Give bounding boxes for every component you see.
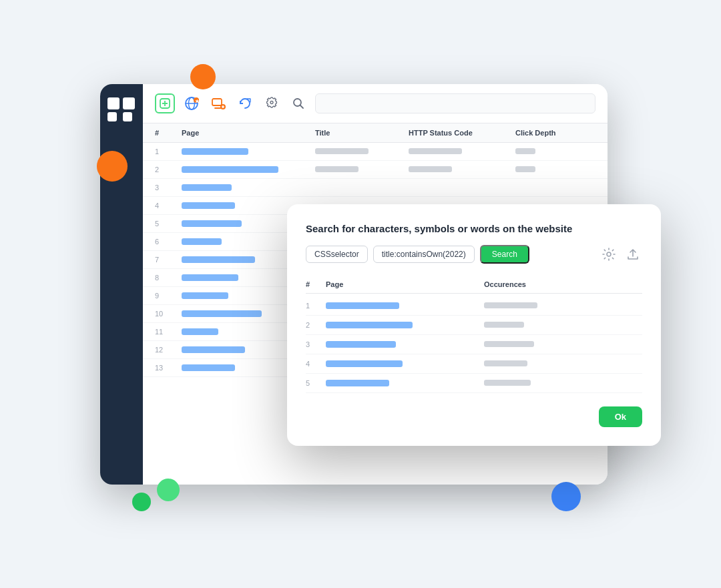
row-num: 6 [155, 238, 182, 246]
decorative-circle-green-bottom [157, 479, 180, 501]
row-page-bar [182, 148, 315, 155]
row-status-bar [409, 148, 515, 154]
col-header-page: Page [182, 129, 315, 137]
col-header-status: HTTP Status Code [409, 129, 515, 137]
sidebar [100, 84, 143, 485]
modal-title: Search for characters, symbols or words … [306, 223, 642, 234]
toolbar-search-input[interactable] [315, 93, 595, 113]
row-title-bar [315, 166, 409, 172]
modal-row-page-bar [326, 302, 484, 309]
modal-row-page-bar [326, 322, 484, 328]
row-depth-bar [515, 166, 595, 172]
modal-row-num: 1 [306, 302, 326, 310]
row-num: 5 [155, 220, 182, 228]
svg-point-10 [270, 101, 273, 103]
modal-table-row[interactable]: 3 [306, 335, 642, 354]
logo-block-4 [123, 112, 132, 121]
modal-row-num: 2 [306, 321, 326, 329]
modal-export-icon[interactable] [624, 245, 642, 264]
logo-block-3 [107, 112, 117, 121]
modal-row-occ-bar [484, 360, 642, 366]
ok-button[interactable]: Ok [599, 406, 642, 427]
table-row[interactable]: 2 [143, 161, 608, 179]
globe-icon[interactable]: ★ [182, 93, 202, 113]
svg-point-9 [220, 104, 226, 109]
modal-search-bar: CSSselector title:containsOwn(2022) Sear… [306, 245, 642, 264]
table-row[interactable]: 3 [143, 179, 608, 197]
toolbar: ★ [143, 84, 608, 123]
col-header-num: # [155, 129, 182, 137]
scene: ★ [60, 44, 661, 545]
logo-block-2 [123, 97, 135, 109]
modal-row-num: 3 [306, 340, 326, 348]
row-num: 2 [155, 166, 182, 174]
decorative-circle-blue-bottom [551, 482, 581, 511]
svg-text:★: ★ [195, 98, 199, 103]
decorative-circle-green-small [132, 493, 151, 511]
sidebar-logo [107, 97, 136, 121]
row-num: 3 [155, 184, 182, 192]
row-depth-bar [515, 148, 595, 154]
search-toolbar-icon[interactable] [288, 93, 308, 113]
row-title-bar [315, 148, 409, 154]
logo-block-1 [107, 97, 119, 109]
modal-row-page-bar [326, 341, 484, 348]
crawl-icon[interactable] [208, 93, 228, 113]
modal-row-occ-bar [484, 341, 642, 347]
svg-rect-8 [212, 99, 222, 105]
row-num: 13 [155, 364, 182, 372]
modal-table-header: # Page Occurences [306, 276, 642, 294]
modal-row-occ-bar [484, 380, 642, 386]
modal-row-num: 4 [306, 360, 326, 368]
modal-footer: Ok [306, 406, 642, 427]
modal-col-num: # [306, 280, 326, 288]
settings-icon[interactable] [262, 93, 282, 113]
row-num: 8 [155, 274, 182, 282]
row-num: 9 [155, 292, 182, 300]
svg-line-12 [300, 105, 304, 108]
modal-row-num: 5 [306, 379, 326, 387]
row-num: 1 [155, 148, 182, 156]
modal-table-body: 1 2 3 4 5 [306, 296, 642, 393]
search-modal: Search for characters, symbols or words … [287, 204, 661, 446]
modal-table-row[interactable]: 5 [306, 374, 642, 393]
row-status-bar [409, 166, 515, 172]
col-header-depth: Click Depth [515, 129, 595, 137]
modal-table-row[interactable]: 2 [306, 316, 642, 335]
search-button[interactable]: Search [480, 245, 529, 264]
css-selector-tag[interactable]: CSSselector [306, 246, 368, 263]
add-icon[interactable] [155, 93, 175, 113]
svg-point-13 [607, 252, 611, 256]
table-row[interactable]: 1 [143, 143, 608, 161]
col-header-title: Title [315, 129, 409, 137]
modal-row-occ-bar [484, 302, 642, 308]
row-num: 7 [155, 256, 182, 264]
modal-table-row[interactable]: 4 [306, 354, 642, 374]
row-num: 10 [155, 310, 182, 318]
decorative-circle-orange-top [190, 64, 216, 89]
modal-table-row[interactable]: 1 [306, 296, 642, 316]
modal-settings-icon[interactable] [599, 245, 618, 264]
row-num: 4 [155, 202, 182, 210]
modal-row-occ-bar [484, 322, 642, 328]
contains-own-tag[interactable]: title:containsOwn(2022) [373, 246, 475, 263]
row-page-bar [182, 184, 315, 191]
modal-row-page-bar [326, 380, 484, 386]
row-num: 12 [155, 346, 182, 354]
modal-col-occ: Occurences [484, 280, 642, 288]
row-page-bar [182, 166, 315, 173]
decorative-circle-orange-left [97, 151, 128, 182]
refresh-icon[interactable] [235, 93, 255, 113]
modal-col-page: Page [326, 280, 484, 288]
modal-row-page-bar [326, 360, 484, 367]
row-num: 11 [155, 328, 182, 336]
main-table-header: # Page Title HTTP Status Code Click Dept… [143, 123, 608, 143]
